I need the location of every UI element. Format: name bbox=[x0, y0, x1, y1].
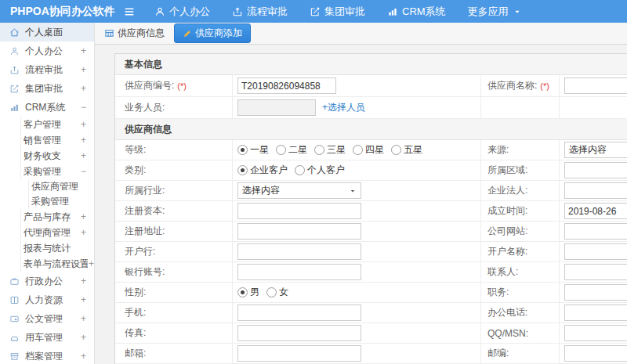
grade-option[interactable]: 四星 bbox=[353, 143, 384, 157]
sidebar-item-purchase-mgmt[interactable]: 采购管理− bbox=[0, 164, 94, 179]
business-person-input[interactable] bbox=[237, 99, 316, 116]
form-row: 性别:男女职务: bbox=[115, 283, 627, 303]
sidebar-item-label: 个人桌面 bbox=[25, 26, 94, 39]
sidebar-item-group-approval[interactable]: 集团审批+ bbox=[0, 79, 94, 98]
expand-toggle[interactable]: + bbox=[81, 83, 86, 94]
sidebar-item-personal-desktop[interactable]: 个人桌面 bbox=[0, 23, 94, 41]
sidebar-item-supplier-mgmt[interactable]: 供应商管理 bbox=[0, 179, 94, 194]
sidebar-item-finance[interactable]: 财务收支+ bbox=[0, 148, 94, 164]
radio-button[interactable] bbox=[276, 145, 286, 155]
sidebar-item-document-mgmt[interactable]: 公文管理+ bbox=[0, 309, 94, 328]
top-navigation: 个人办公 流程审批 集团审批 CRM系统 更多应用 bbox=[154, 5, 522, 19]
radio-button[interactable] bbox=[295, 165, 305, 175]
sidebar-item-crm-system[interactable]: CRM系统− bbox=[0, 98, 94, 117]
topnav-crm-system[interactable]: CRM系统 bbox=[387, 5, 446, 19]
registered-address-input[interactable] bbox=[237, 223, 361, 240]
sidebar-item-workflow-approval[interactable]: 流程审批+ bbox=[0, 60, 94, 79]
job-title-input[interactable] bbox=[564, 284, 627, 301]
contact-person-input[interactable] bbox=[564, 264, 627, 280]
sidebar-item-archive-mgmt[interactable]: 档案管理+ bbox=[0, 347, 94, 364]
field-label: 企业法人: bbox=[481, 181, 560, 200]
account-name-input[interactable] bbox=[564, 243, 627, 260]
sidebar-item-product-inventory[interactable]: 产品与库存+ bbox=[0, 209, 94, 225]
topnav-more-apps[interactable]: 更多应用 bbox=[468, 5, 522, 19]
field-control bbox=[560, 283, 627, 302]
founding-date-input[interactable] bbox=[564, 203, 627, 219]
field-label: 公司网站: bbox=[481, 222, 560, 241]
radio-button[interactable] bbox=[266, 287, 277, 297]
edit-icon bbox=[310, 6, 321, 17]
business-person-picker-link[interactable]: +选择人员 bbox=[322, 101, 365, 114]
expand-toggle[interactable]: + bbox=[81, 150, 86, 161]
sidebar-item-reports-stats[interactable]: 报表与统计 bbox=[0, 240, 94, 256]
car-icon bbox=[9, 333, 20, 343]
supplier-code-input[interactable] bbox=[237, 77, 336, 94]
category-option[interactable]: 企业客户 bbox=[237, 164, 288, 177]
topnav-workflow-approval[interactable]: 流程审批 bbox=[232, 5, 288, 19]
source-select[interactable]: 选择内容 bbox=[564, 142, 627, 158]
mobile-input[interactable] bbox=[237, 305, 361, 321]
category-option[interactable]: 个人客户 bbox=[295, 164, 345, 177]
qq-msn-input[interactable] bbox=[564, 325, 627, 341]
sidebar-item-admin-office[interactable]: 行政办公+ bbox=[0, 272, 94, 290]
expand-toggle[interactable]: + bbox=[81, 313, 86, 324]
supplier-name-input[interactable] bbox=[564, 77, 627, 94]
tab-supplier-add[interactable]: 供应商添加 bbox=[174, 23, 251, 43]
expand-toggle[interactable]: + bbox=[81, 211, 86, 222]
gender-option[interactable]: 女 bbox=[266, 286, 288, 299]
grade-option[interactable]: 一星 bbox=[237, 143, 269, 157]
expand-toggle[interactable]: + bbox=[81, 227, 86, 238]
registered-capital-input[interactable] bbox=[237, 203, 361, 219]
bank-input[interactable] bbox=[237, 243, 361, 260]
expand-toggle[interactable]: + bbox=[81, 294, 86, 305]
field-control bbox=[560, 97, 627, 118]
sidebar-item-sales-mgmt[interactable]: 销售管理+ bbox=[0, 132, 94, 148]
grade-option[interactable]: 三星 bbox=[314, 143, 346, 157]
field-control bbox=[560, 262, 627, 282]
expand-toggle[interactable]: − bbox=[81, 102, 86, 113]
sidebar-item-label: 表单与流程设置 bbox=[24, 258, 88, 271]
region-input[interactable] bbox=[564, 162, 627, 178]
office-phone-input[interactable] bbox=[564, 305, 627, 321]
gender-option[interactable]: 男 bbox=[237, 286, 259, 299]
expand-toggle[interactable]: + bbox=[81, 135, 86, 146]
main-content: 基本信息供应商编号:(*)供应商名称:(*)业务人员:+选择人员供应商信息等级:… bbox=[95, 45, 627, 364]
topnav-group-approval[interactable]: 集团审批 bbox=[310, 5, 365, 19]
expand-toggle[interactable]: + bbox=[81, 119, 86, 130]
expand-toggle[interactable]: + bbox=[81, 332, 86, 343]
field-control bbox=[560, 303, 627, 323]
legal-person-input[interactable] bbox=[564, 182, 627, 199]
grade-option[interactable]: 五星 bbox=[391, 143, 422, 157]
expand-toggle[interactable]: + bbox=[81, 64, 86, 75]
sidebar-toggle-button[interactable] bbox=[123, 5, 136, 18]
sidebar-item-customer-mgmt[interactable]: 客户管理+ bbox=[0, 117, 94, 132]
email-input[interactable] bbox=[237, 345, 361, 362]
expand-toggle[interactable]: + bbox=[81, 45, 86, 56]
field-control: +选择人员 bbox=[233, 97, 481, 118]
field-label: 类别: bbox=[115, 160, 233, 180]
topnav-personal-office[interactable]: 个人办公 bbox=[154, 5, 210, 19]
company-website-input[interactable] bbox=[564, 223, 627, 240]
sidebar-item-form-flow-settings[interactable]: 表单与流程设置+ bbox=[0, 256, 94, 272]
radio-button[interactable] bbox=[353, 145, 363, 155]
sidebar-item-personal-office[interactable]: 个人办公+ bbox=[0, 41, 94, 60]
radio-button[interactable] bbox=[237, 287, 248, 297]
grade-option[interactable]: 二星 bbox=[276, 143, 307, 157]
fax-input[interactable] bbox=[237, 325, 361, 341]
sidebar-item-vehicle-mgmt[interactable]: 用车管理+ bbox=[0, 328, 94, 347]
bank-account-input[interactable] bbox=[237, 264, 361, 280]
radio-button[interactable] bbox=[391, 145, 401, 155]
sidebar-item-human-resources[interactable]: 人力资源+ bbox=[0, 290, 94, 309]
industry-select[interactable]: 选择内容 bbox=[237, 182, 361, 199]
postcode-input[interactable] bbox=[564, 345, 627, 362]
expand-toggle[interactable]: − bbox=[81, 166, 86, 177]
radio-button[interactable] bbox=[237, 165, 248, 175]
sidebar-item-agent-mgmt[interactable]: 代理商管理+ bbox=[0, 225, 94, 240]
expand-toggle[interactable]: + bbox=[81, 351, 86, 362]
radio-button[interactable] bbox=[314, 145, 324, 155]
sidebar-item-purchasing[interactable]: 采购管理 bbox=[0, 194, 94, 209]
expand-toggle[interactable]: + bbox=[89, 258, 94, 269]
radio-button[interactable] bbox=[237, 145, 248, 155]
expand-toggle[interactable]: + bbox=[81, 276, 86, 287]
tab-supplier-info[interactable]: 供应商信息 bbox=[104, 27, 165, 40]
